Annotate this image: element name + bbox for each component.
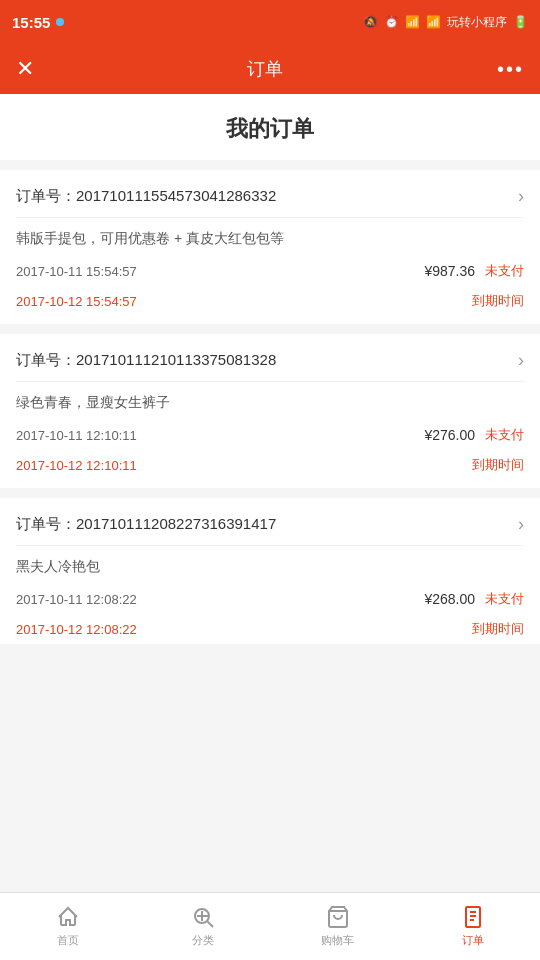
nav-label-cart: 购物车 <box>321 933 354 948</box>
nav-label-order: 订单 <box>462 933 484 948</box>
order-card-2: 订单号：201710111210113375081328 › 绿色青春，显瘦女生… <box>0 334 540 488</box>
more-button[interactable]: ••• <box>497 58 524 81</box>
nav-item-category[interactable]: 分类 <box>135 905 270 948</box>
mute-icon: 🔕 <box>363 15 378 29</box>
order-amount-status-2: ¥276.00 未支付 <box>424 426 524 444</box>
nav-label-home: 首页 <box>57 933 79 948</box>
nav-bar: ✕ 订单 ••• <box>0 44 540 94</box>
order-amount-3: ¥268.00 <box>424 591 475 607</box>
status-time: 15:55 <box>12 14 50 31</box>
status-indicator <box>56 18 64 26</box>
order-create-date-1: 2017-10-11 15:54:57 <box>16 264 137 279</box>
order-expire-row-3: 2017-10-12 12:08:22 到期时间 <box>16 614 524 644</box>
order-number-3: 订单号：201710111208227316391417 <box>16 515 276 534</box>
battery-icon: 🔋 <box>513 15 528 29</box>
chevron-right-icon-3: › <box>518 514 524 535</box>
chevron-right-icon-1: › <box>518 186 524 207</box>
content-area: 订单号：201710111554573041286332 › 韩版手提包，可用优… <box>0 160 540 896</box>
order-icon <box>461 905 485 929</box>
page-title-area: 我的订单 <box>0 94 540 160</box>
status-icons: 🔕 ⏰ 📶 📶 玩转小程序 🔋 <box>363 14 528 31</box>
order-expire-row-1: 2017-10-12 15:54:57 到期时间 <box>16 286 524 324</box>
alarm-icon: ⏰ <box>384 15 399 29</box>
chevron-right-icon-2: › <box>518 350 524 371</box>
category-icon <box>191 905 215 929</box>
order-desc-1: 韩版手提包，可用优惠卷 + 真皮大红包包等 <box>16 218 524 256</box>
order-number-row-1[interactable]: 订单号：201710111554573041286332 › <box>16 186 524 218</box>
order-desc-3: 黑夫人冷艳包 <box>16 546 524 584</box>
signal-icon: 📶 <box>426 15 441 29</box>
order-info-row-1: 2017-10-11 15:54:57 ¥987.36 未支付 <box>16 256 524 286</box>
order-number-1: 订单号：201710111554573041286332 <box>16 187 276 206</box>
nav-item-cart[interactable]: 购物车 <box>270 905 405 948</box>
close-button[interactable]: ✕ <box>16 56 34 82</box>
svg-line-1 <box>207 922 213 928</box>
bottom-nav: 首页 分类 购物车 订单 <box>0 892 540 960</box>
order-number-row-2[interactable]: 订单号：201710111210113375081328 › <box>16 350 524 382</box>
home-icon <box>56 905 80 929</box>
order-expire-date-3: 2017-10-12 12:08:22 <box>16 622 137 637</box>
order-expire-date-1: 2017-10-12 15:54:57 <box>16 294 137 309</box>
page-title: 我的订单 <box>0 114 540 144</box>
order-status-3: 未支付 <box>485 590 524 608</box>
order-info-row-2: 2017-10-11 12:10:11 ¥276.00 未支付 <box>16 420 524 450</box>
order-number-row-3[interactable]: 订单号：201710111208227316391417 › <box>16 514 524 546</box>
order-status-1: 未支付 <box>485 262 524 280</box>
order-amount-status-1: ¥987.36 未支付 <box>424 262 524 280</box>
app-name: 玩转小程序 <box>447 14 507 31</box>
wifi-icon: 📶 <box>405 15 420 29</box>
nav-title: 订单 <box>247 57 283 81</box>
order-expire-label-1: 到期时间 <box>472 292 524 310</box>
order-desc-2: 绿色青春，显瘦女生裤子 <box>16 382 524 420</box>
nav-label-category: 分类 <box>192 933 214 948</box>
order-amount-2: ¥276.00 <box>424 427 475 443</box>
order-info-row-3: 2017-10-11 12:08:22 ¥268.00 未支付 <box>16 584 524 614</box>
cart-icon <box>326 905 350 929</box>
order-status-2: 未支付 <box>485 426 524 444</box>
order-expire-row-2: 2017-10-12 12:10:11 到期时间 <box>16 450 524 488</box>
nav-item-order[interactable]: 订单 <box>405 905 540 948</box>
order-expire-label-3: 到期时间 <box>472 620 524 638</box>
order-number-2: 订单号：201710111210113375081328 <box>16 351 276 370</box>
status-time-area: 15:55 <box>12 14 64 31</box>
nav-item-home[interactable]: 首页 <box>0 905 135 948</box>
status-bar: 15:55 🔕 ⏰ 📶 📶 玩转小程序 🔋 <box>0 0 540 44</box>
order-card-3: 订单号：201710111208227316391417 › 黑夫人冷艳包 20… <box>0 498 540 644</box>
order-expire-label-2: 到期时间 <box>472 456 524 474</box>
order-amount-1: ¥987.36 <box>424 263 475 279</box>
order-create-date-2: 2017-10-11 12:10:11 <box>16 428 137 443</box>
order-expire-date-2: 2017-10-12 12:10:11 <box>16 458 137 473</box>
order-card-1: 订单号：201710111554573041286332 › 韩版手提包，可用优… <box>0 170 540 324</box>
order-amount-status-3: ¥268.00 未支付 <box>424 590 524 608</box>
order-create-date-3: 2017-10-11 12:08:22 <box>16 592 137 607</box>
